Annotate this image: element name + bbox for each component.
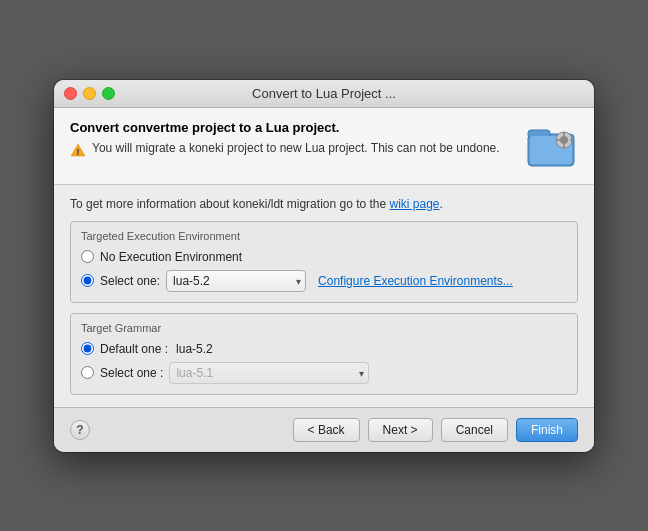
next-button[interactable]: Next > (368, 418, 433, 442)
env-select[interactable]: lua-5.2 (166, 270, 306, 292)
warning-icon: ! (70, 142, 86, 158)
grammar-select-label: Select one : (100, 366, 163, 380)
folder-icon (526, 120, 578, 172)
warning-text: You will migrate a koneki project to new… (92, 141, 500, 155)
cancel-button[interactable]: Cancel (441, 418, 508, 442)
default-grammar-radio[interactable] (81, 342, 94, 355)
body: To get more information about koneki/ldt… (54, 185, 594, 395)
header-warning: ! You will migrate a koneki project to n… (70, 141, 516, 158)
back-button[interactable]: < Back (293, 418, 360, 442)
info-text: To get more information about koneki/ldt… (70, 197, 578, 211)
svg-rect-10 (570, 139, 574, 141)
select-one-label: Select one: (100, 274, 160, 288)
wiki-link[interactable]: wiki page (390, 197, 440, 211)
no-env-label: No Execution Environment (100, 250, 242, 264)
header-section: Convert convertme project to a Lua proje… (54, 108, 594, 185)
no-env-row: No Execution Environment (81, 250, 567, 264)
footer: ? < Back Next > Cancel Finish (54, 407, 594, 452)
minimize-button[interactable] (83, 87, 96, 100)
default-one-label: Default one : (100, 342, 168, 356)
svg-rect-7 (563, 132, 565, 136)
footer-left: ? (70, 420, 90, 440)
select-grammar-row: Select one : lua-5.1 (81, 362, 567, 384)
grammar-select[interactable]: lua-5.1 (169, 362, 369, 384)
svg-text:!: ! (77, 147, 80, 157)
help-button[interactable]: ? (70, 420, 90, 440)
finish-button[interactable]: Finish (516, 418, 578, 442)
env-select-wrapper: lua-5.2 (166, 270, 306, 292)
close-button[interactable] (64, 87, 77, 100)
grammar-select-wrapper: lua-5.1 (169, 362, 369, 384)
select-env-radio[interactable] (81, 274, 94, 287)
no-env-radio[interactable] (81, 250, 94, 263)
footer-right: < Back Next > Cancel Finish (293, 418, 578, 442)
configure-link[interactable]: Configure Execution Environments... (318, 274, 513, 288)
titlebar: Convert to Lua Project ... (54, 80, 594, 108)
default-grammar-row: Default one : lua-5.2 (81, 342, 567, 356)
svg-point-6 (560, 136, 568, 144)
select-env-row: Select one: lua-5.2 Configure Execution … (81, 270, 567, 292)
svg-rect-8 (563, 144, 565, 148)
info-suffix: . (440, 197, 443, 211)
execution-env-panel: Targeted Execution Environment No Execut… (70, 221, 578, 303)
window-title: Convert to Lua Project ... (252, 86, 396, 101)
maximize-button[interactable] (102, 87, 115, 100)
header-title: Convert convertme project to a Lua proje… (70, 120, 516, 135)
default-grammar-value: lua-5.2 (176, 342, 213, 356)
header-text: Convert convertme project to a Lua proje… (70, 120, 516, 158)
info-prefix: To get more information about koneki/ldt… (70, 197, 390, 211)
svg-rect-9 (556, 139, 560, 141)
main-window: Convert to Lua Project ... Convert conve… (54, 80, 594, 452)
window-controls (64, 87, 115, 100)
target-grammar-label: Target Grammar (81, 322, 567, 334)
target-grammar-panel: Target Grammar Default one : lua-5.2 Sel… (70, 313, 578, 395)
execution-env-label: Targeted Execution Environment (81, 230, 567, 242)
select-grammar-radio[interactable] (81, 366, 94, 379)
